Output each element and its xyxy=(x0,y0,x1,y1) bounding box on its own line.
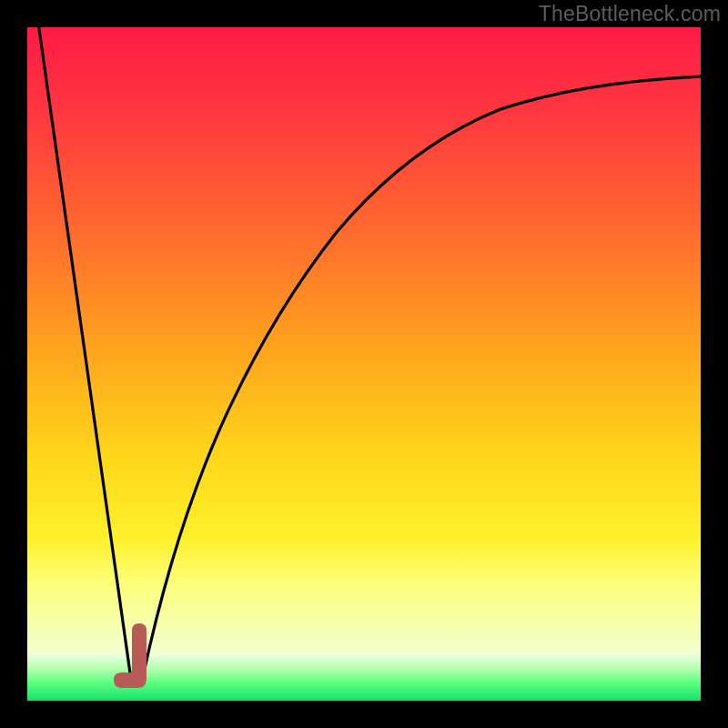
chart-frame: TheBottleneck.com xyxy=(0,0,728,728)
curve-right-rising xyxy=(143,76,701,677)
plot-area xyxy=(27,27,701,701)
watermark-text: TheBottleneck.com xyxy=(539,2,721,26)
curves-svg xyxy=(27,27,701,701)
optimum-marker-icon xyxy=(114,623,147,688)
curve-left-descending xyxy=(38,27,132,686)
